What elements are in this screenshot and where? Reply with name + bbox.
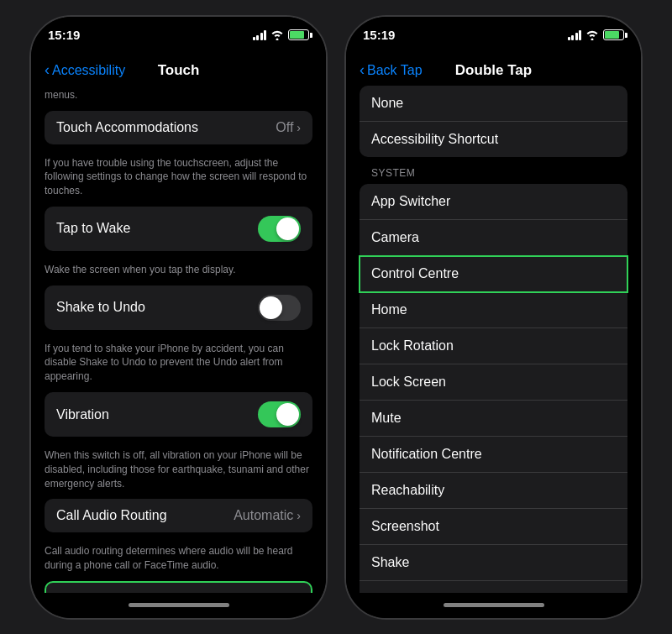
left-time: 15:19 [48, 28, 80, 42]
back-tap-row[interactable]: Back Tap On › [46, 583, 311, 592]
right-time: 15:19 [363, 28, 395, 42]
right-top-section: None Accessibility Shortcut [346, 86, 641, 157]
right-back-button[interactable]: ‹ Back Tap [360, 61, 423, 79]
intro-text: menus. [45, 86, 312, 111]
tap-to-wake-label: Tap to Wake [56, 221, 130, 236]
left-back-chevron-icon: ‹ [45, 61, 50, 79]
right-phone: 15:19 ‹ Back Tap Double Tap [344, 15, 643, 620]
shake-to-undo-card: Shake to Undo [45, 286, 312, 330]
left-phone: 15:19 ‹ Accessibility Touch [29, 15, 328, 620]
right-top-list: None Accessibility Shortcut [360, 86, 627, 157]
list-item-accessibility-shortcut[interactable]: Accessibility Shortcut [360, 122, 627, 157]
vibration-label: Vibration [56, 407, 109, 422]
list-item-siri[interactable]: Siri [360, 581, 627, 593]
call-audio-card: Call Audio Routing Automatic › [45, 499, 312, 532]
call-audio-value: Automatic › [234, 508, 301, 523]
right-battery-icon [603, 29, 624, 40]
left-home-indicator [129, 603, 229, 607]
touch-accommodations-card: Touch Accommodations Off › [45, 111, 312, 144]
touch-accommodations-row[interactable]: Touch Accommodations Off › [45, 111, 312, 144]
right-phone-bottom [346, 593, 641, 618]
list-item-mute[interactable]: Mute [360, 401, 627, 437]
right-screen: ‹ Back Tap Double Tap None Accessibility… [346, 54, 641, 593]
list-item-app-switcher[interactable]: App Switcher [360, 184, 627, 220]
system-section-label: SYSTEM [360, 160, 627, 184]
left-status-icons [253, 29, 310, 40]
touch-accommodations-desc: If you have trouble using the touchscree… [45, 151, 312, 207]
vibration-toggle[interactable] [258, 401, 301, 427]
right-nav-header: ‹ Back Tap Double Tap [346, 54, 641, 86]
right-back-label: Back Tap [367, 63, 423, 78]
left-back-button[interactable]: ‹ Accessibility [45, 61, 125, 79]
tap-to-wake-desc: Wake the screen when you tap the display… [45, 258, 312, 286]
right-status-bar: 15:19 [346, 17, 641, 54]
shake-to-undo-toggle[interactable] [258, 295, 301, 321]
signal-icon [253, 30, 267, 40]
left-back-label: Accessibility [52, 63, 125, 78]
right-back-chevron-icon: ‹ [360, 61, 365, 79]
left-nav-header: ‹ Accessibility Touch [31, 54, 326, 86]
touch-accommodations-label: Touch Accommodations [56, 120, 198, 135]
touch-accommodations-value: Off › [276, 120, 301, 135]
tap-to-wake-card: Tap to Wake [45, 207, 312, 251]
wifi-icon [270, 30, 284, 40]
list-item-lock-screen[interactable]: Lock Screen [360, 364, 627, 401]
left-screen: ‹ Accessibility Touch menus. Touch Accom… [31, 54, 326, 593]
list-item-shake[interactable]: Shake [360, 545, 627, 581]
list-item-screenshot[interactable]: Screenshot [360, 509, 627, 545]
notch [129, 17, 229, 40]
shake-to-undo-knob [260, 296, 282, 319]
tap-to-wake-row[interactable]: Tap to Wake [45, 207, 312, 251]
call-audio-desc: Call audio routing determines where audi… [45, 539, 312, 581]
system-list: App Switcher Camera Control Centre Home … [360, 184, 627, 593]
list-item-notification-centre[interactable]: Notification Centre [360, 437, 627, 473]
touch-accommodations-chevron-icon: › [297, 121, 301, 134]
call-audio-label: Call Audio Routing [56, 508, 167, 523]
right-wifi-icon [585, 30, 599, 40]
right-notch [444, 17, 544, 40]
list-item-home[interactable]: Home [360, 292, 627, 328]
right-signal-icon [568, 30, 582, 40]
list-item-none[interactable]: None [360, 86, 627, 122]
vibration-row[interactable]: Vibration [45, 392, 312, 437]
shake-to-undo-desc: If you tend to shake your iPhone by acci… [45, 337, 312, 392]
right-status-icons [568, 29, 625, 40]
call-audio-chevron-icon: › [297, 509, 301, 522]
list-item-reachability[interactable]: Reachability [360, 473, 627, 509]
list-item-camera[interactable]: Camera [360, 220, 627, 256]
shake-to-undo-row[interactable]: Shake to Undo [45, 286, 312, 330]
right-nav-title: Double Tap [455, 62, 532, 79]
tap-to-wake-knob [276, 217, 299, 240]
shake-to-undo-label: Shake to Undo [56, 300, 145, 315]
left-status-bar: 15:19 [31, 17, 326, 54]
vibration-desc: When this switch is off, all vibration o… [45, 443, 312, 499]
back-tap-card[interactable]: Back Tap On › [45, 581, 312, 592]
list-item-lock-rotation[interactable]: Lock Rotation [360, 328, 627, 364]
right-system-section: SYSTEM App Switcher Camera Control Centr… [346, 160, 641, 593]
battery-icon [288, 29, 309, 40]
right-home-indicator [444, 603, 544, 607]
vibration-knob [276, 403, 299, 426]
left-phone-bottom [31, 593, 326, 618]
list-item-control-centre[interactable]: Control Centre [360, 256, 627, 292]
left-content: menus. Touch Accommodations Off › If you… [31, 86, 326, 593]
tap-to-wake-toggle[interactable] [258, 216, 301, 242]
call-audio-row[interactable]: Call Audio Routing Automatic › [45, 499, 312, 532]
vibration-card: Vibration [45, 392, 312, 437]
left-nav-title: Touch [158, 62, 200, 79]
